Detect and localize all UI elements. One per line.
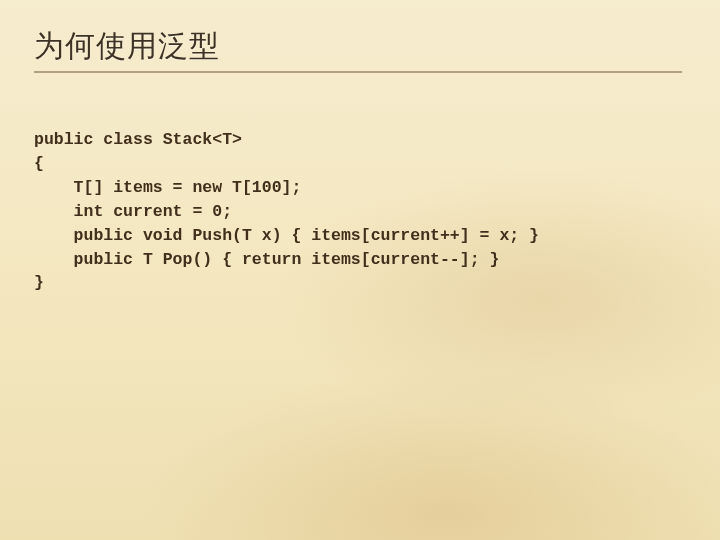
code-line: { <box>34 154 44 173</box>
code-line: public void Push(T x) { items[current++]… <box>34 226 539 245</box>
code-line: T[] items = new T[100]; <box>34 178 301 197</box>
code-line: public T Pop() { return items[current--]… <box>34 250 499 269</box>
code-line: } <box>34 273 44 292</box>
code-line: int current = 0; <box>34 202 232 221</box>
code-line: public class Stack<T> <box>34 130 242 149</box>
code-block: public class Stack<T> { T[] items = new … <box>34 104 539 295</box>
slide: 为何使用泛型 public class Stack<T> { T[] items… <box>0 0 720 540</box>
slide-title: 为何使用泛型 <box>34 26 682 73</box>
